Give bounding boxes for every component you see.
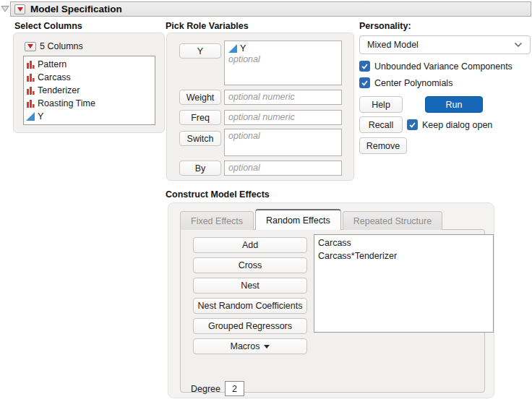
- y-role-box[interactable]: Y optional: [224, 40, 342, 85]
- red-triangle-icon: [27, 44, 33, 48]
- by-role-placeholder: optional: [228, 163, 338, 173]
- model-effects-title: Construct Model Effects: [166, 189, 270, 200]
- list-item[interactable]: Carcass: [24, 71, 155, 84]
- column-name: Y: [38, 111, 43, 121]
- effects-listbox[interactable]: Carcass Carcass*Tenderizer: [314, 234, 494, 333]
- select-columns-panel: 5 Columns Pattern Carcass Tenderizer Roa…: [13, 33, 165, 133]
- page-title: Model Specification: [30, 4, 122, 14]
- dropdown-triangle-icon: [264, 345, 270, 348]
- nominal-bars-icon: [26, 73, 35, 82]
- weight-role-placeholder: optional numeric: [228, 92, 338, 102]
- checkbox-label: Center Polynomials: [374, 78, 452, 88]
- column-name: Roasting Time: [38, 98, 95, 108]
- chevron-down-icon: [514, 42, 523, 48]
- freq-role-placeholder: optional numeric: [228, 112, 338, 122]
- freq-role-box[interactable]: optional numeric: [224, 110, 342, 125]
- keep-dialog-open-checkbox-row[interactable]: Keep dialog open: [407, 119, 492, 130]
- random-effects-tab-content: Add Cross Nest Nest Random Coefficients …: [180, 229, 485, 393]
- assigned-variable[interactable]: Y: [228, 43, 338, 54]
- red-triangle-icon: [17, 7, 23, 12]
- checkbox-label: Keep dialog open: [422, 120, 492, 130]
- list-item[interactable]: Tenderizer: [24, 84, 155, 97]
- column-name: Pattern: [38, 59, 66, 69]
- nominal-bars-icon: [26, 86, 35, 95]
- model-effects-panel: Fixed Effects Random Effects Repeated St…: [168, 202, 494, 398]
- nominal-bars-icon: [26, 60, 35, 69]
- columns-listbox[interactable]: Pattern Carcass Tenderizer Roasting Time…: [23, 56, 155, 125]
- help-button[interactable]: Help: [359, 96, 403, 113]
- degree-row: Degree 2: [191, 381, 244, 396]
- recall-button[interactable]: Recall: [359, 116, 403, 133]
- tab-repeated-structure[interactable]: Repeated Structure: [343, 211, 442, 230]
- checkbox-checked-icon[interactable]: [359, 77, 370, 88]
- continuous-triangle-icon: [26, 112, 35, 121]
- columns-filter-menu-button[interactable]: [25, 42, 36, 51]
- column-name: Tenderizer: [38, 85, 80, 95]
- macros-button[interactable]: Macros: [193, 338, 307, 354]
- model-specification-window: Model Specification Select Columns 5 Col…: [0, 0, 532, 402]
- outline-collapse-icon[interactable]: [1, 4, 9, 13]
- y-role-placeholder: optional: [228, 54, 338, 64]
- add-button[interactable]: Add: [193, 237, 307, 253]
- select-columns-title: Select Columns: [14, 21, 82, 31]
- by-role-button[interactable]: By: [179, 161, 221, 176]
- freq-role-button[interactable]: Freq: [179, 110, 221, 125]
- column-name: Carcass: [38, 72, 71, 82]
- by-role-box[interactable]: optional: [224, 161, 342, 176]
- tab-fixed-effects[interactable]: Fixed Effects: [180, 211, 254, 230]
- y-role-button[interactable]: Y: [179, 43, 221, 59]
- checkbox-label: Unbounded Variance Components: [374, 61, 512, 72]
- pick-roles-panel: Y Y optional Weight optional numeric Fre…: [166, 33, 354, 181]
- personality-dropdown[interactable]: Mixed Model: [359, 35, 531, 54]
- nominal-bars-icon: [26, 99, 35, 108]
- switch-role-placeholder: optional: [228, 131, 338, 141]
- degree-input[interactable]: 2: [225, 381, 244, 396]
- weight-role-button[interactable]: Weight: [179, 90, 221, 105]
- assigned-variable-name: Y: [240, 43, 246, 54]
- list-item[interactable]: Roasting Time: [24, 97, 155, 110]
- list-item[interactable]: Carcass: [314, 236, 493, 249]
- unbounded-variance-checkbox-row[interactable]: Unbounded Variance Components: [359, 61, 512, 72]
- list-item[interactable]: Pattern: [24, 58, 155, 71]
- list-item[interactable]: Y: [24, 110, 155, 123]
- macros-button-label: Macros: [231, 341, 260, 351]
- list-item[interactable]: Carcass*Tenderizer: [314, 249, 493, 262]
- degree-label: Degree: [191, 384, 220, 394]
- personality-selected-value: Mixed Model: [367, 40, 419, 50]
- columns-filter-header: 5 Columns: [25, 41, 83, 51]
- pick-roles-title: Pick Role Variables: [166, 21, 249, 31]
- remove-button[interactable]: Remove: [359, 137, 407, 154]
- nest-button[interactable]: Nest: [193, 278, 307, 294]
- grouped-regressors-button[interactable]: Grouped Regressors: [193, 318, 307, 334]
- weight-role-box[interactable]: optional numeric: [224, 90, 342, 105]
- center-polynomials-checkbox-row[interactable]: Center Polynomials: [359, 77, 452, 88]
- tab-random-effects[interactable]: Random Effects: [255, 209, 341, 230]
- nest-random-coefficients-button[interactable]: Nest Random Coefficients: [193, 298, 307, 314]
- effects-tab-bar: Fixed Effects Random Effects Repeated St…: [180, 209, 442, 230]
- run-button[interactable]: Run: [425, 96, 483, 113]
- switch-role-box[interactable]: optional: [224, 129, 342, 156]
- checkbox-checked-icon[interactable]: [407, 119, 418, 130]
- continuous-triangle-icon: [228, 44, 237, 53]
- red-triangle-menu-button[interactable]: [14, 4, 25, 14]
- checkbox-checked-icon[interactable]: [359, 61, 370, 72]
- outline-title-bar: Model Specification: [10, 1, 531, 17]
- cross-button[interactable]: Cross: [193, 257, 307, 273]
- personality-label: Personality:: [359, 21, 411, 31]
- switch-role-button[interactable]: Switch: [179, 131, 221, 146]
- columns-count-label: 5 Columns: [40, 41, 83, 51]
